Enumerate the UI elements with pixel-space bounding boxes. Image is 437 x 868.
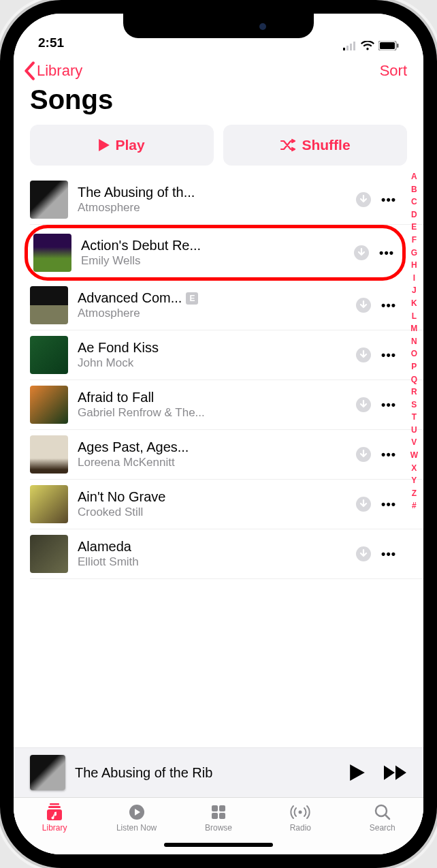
tab-browse[interactable]: Browse [178, 803, 259, 833]
index-letter[interactable]: U [410, 424, 418, 437]
download-icon[interactable] [355, 496, 372, 512]
row-actions: ••• [355, 397, 396, 413]
index-letter[interactable]: H [410, 259, 418, 272]
index-letter[interactable]: W [410, 449, 418, 462]
song-artist: Loreena McKennitt [78, 456, 351, 469]
more-icon[interactable]: ••• [381, 448, 396, 462]
action-row: Play Shuffle [14, 125, 423, 175]
download-icon[interactable] [355, 297, 372, 313]
index-letter[interactable]: B [410, 183, 418, 196]
back-button[interactable]: Library [23, 61, 82, 80]
index-letter[interactable]: K [410, 297, 418, 310]
index-letter[interactable]: O [410, 347, 418, 360]
home-indicator[interactable] [14, 835, 423, 854]
more-icon[interactable]: ••• [381, 398, 396, 412]
svg-rect-15 [50, 803, 59, 805]
svg-rect-22 [219, 813, 225, 819]
index-letter[interactable]: Q [410, 373, 418, 386]
index-letter[interactable]: M [410, 322, 418, 335]
notch [123, 14, 314, 38]
svg-rect-3 [353, 42, 355, 50]
play-button[interactable]: Play [30, 125, 214, 166]
album-art [30, 535, 68, 573]
more-icon[interactable]: ••• [381, 193, 396, 207]
download-icon[interactable] [355, 546, 372, 562]
svg-rect-20 [219, 805, 225, 811]
more-icon[interactable]: ••• [381, 348, 396, 362]
index-letter[interactable]: R [410, 386, 418, 399]
album-art [33, 234, 71, 272]
tab-bar: LibraryListen NowBrowseRadioSearch [14, 797, 423, 835]
index-letter[interactable]: E [410, 221, 418, 234]
tab-label: Radio [290, 823, 311, 833]
index-letter[interactable]: N [410, 335, 418, 348]
download-icon[interactable] [353, 245, 370, 261]
tab-search[interactable]: Search [342, 803, 423, 833]
tab-label: Listen Now [116, 823, 157, 833]
iphone-frame: 2:51 Library Sort Songs Play Shuffle [0, 0, 437, 868]
index-letter[interactable]: S [410, 399, 418, 412]
index-letter[interactable]: L [410, 310, 418, 323]
index-letter[interactable]: T [410, 411, 418, 424]
svg-rect-1 [346, 46, 349, 50]
index-letter[interactable]: V [410, 436, 418, 449]
song-title: Ain't No Grave [78, 489, 351, 505]
row-actions: ••• [355, 347, 396, 363]
status-right [343, 41, 399, 50]
download-icon[interactable] [355, 191, 372, 208]
index-letter[interactable]: D [410, 208, 418, 221]
index-letter[interactable]: I [410, 272, 418, 285]
more-icon[interactable]: ••• [381, 497, 396, 512]
index-strip[interactable]: ABCDEFGHIJKLMNOPQRSTUVWXYZ# [410, 170, 418, 512]
index-letter[interactable]: # [410, 499, 418, 512]
now-playing-bar[interactable]: The Abusing of the Rib [14, 747, 423, 797]
more-icon[interactable]: ••• [381, 298, 396, 313]
index-letter[interactable]: Y [410, 474, 418, 487]
song-row[interactable]: Advanced Com...EAtmosphere••• [30, 281, 423, 330]
song-row[interactable]: Afraid to FallGabriel Renfrow & The...••… [30, 380, 423, 430]
fast-forward-icon[interactable] [384, 765, 407, 780]
shuffle-button[interactable]: Shuffle [223, 125, 407, 166]
download-icon[interactable] [355, 446, 372, 463]
index-letter[interactable]: J [410, 284, 418, 297]
download-icon[interactable] [355, 397, 372, 413]
shuffle-label: Shuffle [302, 137, 350, 153]
song-row[interactable]: The Abusing of th...Atmosphere••• [30, 175, 423, 225]
svg-rect-19 [212, 805, 218, 811]
tab-radio[interactable]: Radio [259, 803, 341, 833]
nav-bar: Library Sort [14, 55, 423, 83]
row-actions: ••• [355, 496, 396, 512]
index-letter[interactable]: P [410, 360, 418, 373]
more-icon[interactable]: ••• [379, 246, 394, 260]
row-actions: ••• [355, 191, 396, 208]
song-list[interactable]: The Abusing of th...Atmosphere•••Action'… [14, 175, 423, 747]
index-letter[interactable]: G [410, 247, 418, 260]
screen: 2:51 Library Sort Songs Play Shuffle [14, 14, 423, 854]
svg-rect-16 [48, 806, 61, 808]
index-letter[interactable]: F [410, 234, 418, 247]
song-row[interactable]: AlamedaElliott Smith••• [30, 529, 423, 579]
tab-library[interactable]: Library [14, 803, 95, 833]
song-title: The Abusing of th... [78, 185, 351, 200]
song-title: Alameda [78, 539, 351, 555]
sort-button[interactable]: Sort [380, 62, 407, 80]
download-icon[interactable] [355, 347, 372, 363]
song-row[interactable]: Action's Debut Re...Emily Wells••• [25, 225, 406, 281]
row-actions: ••• [355, 446, 396, 463]
index-letter[interactable]: X [410, 462, 418, 475]
song-artist: Emily Wells [81, 254, 349, 268]
more-icon[interactable]: ••• [381, 547, 396, 561]
song-row[interactable]: Ages Past, Ages...Loreena McKennitt••• [30, 430, 423, 480]
song-row[interactable]: Ae Fond KissJohn Mock••• [30, 330, 423, 380]
song-artist: Crooked Still [78, 506, 351, 519]
song-artist: Atmosphere [78, 307, 351, 320]
row-actions: ••• [355, 297, 396, 313]
index-letter[interactable]: C [410, 196, 418, 208]
tab-listen-now[interactable]: Listen Now [95, 803, 177, 833]
index-letter[interactable]: A [410, 170, 418, 183]
play-icon[interactable] [350, 764, 365, 781]
back-label: Library [37, 62, 82, 80]
song-title: Ages Past, Ages... [78, 439, 351, 455]
song-row[interactable]: Ain't No GraveCrooked Still••• [30, 480, 423, 529]
index-letter[interactable]: Z [410, 487, 418, 500]
